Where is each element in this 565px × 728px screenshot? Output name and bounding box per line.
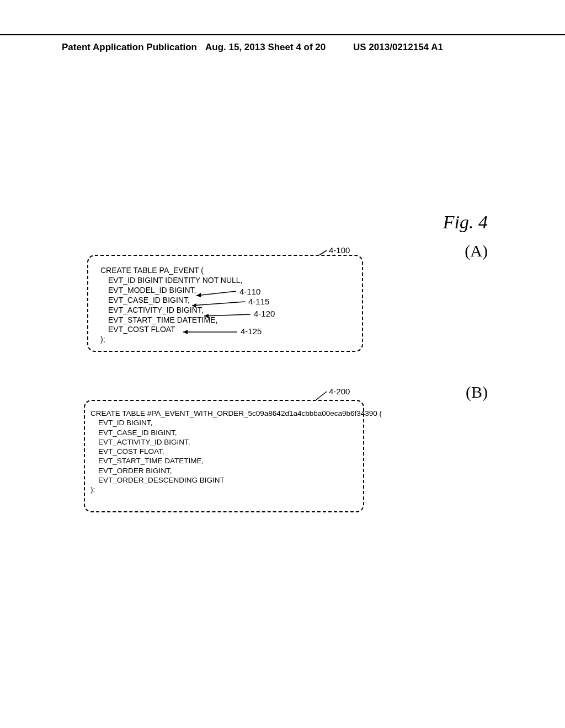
code-line: EVT_MODEL_ID BIGINT, xyxy=(108,286,196,295)
ref-4-120: 4-120 xyxy=(254,309,275,318)
arrow-4-115 xyxy=(189,300,246,308)
code-line: EVT_ID BIGINT IDENTITY NOT NULL, xyxy=(108,276,243,285)
code-line: EVT_CASE_ID BIGINT, xyxy=(98,429,177,437)
svg-line-6 xyxy=(204,314,250,316)
code-line: EVT_ORDER_DESCENDING BIGINT xyxy=(98,476,225,484)
ref-4-125: 4-125 xyxy=(241,326,262,336)
code-line: EVT_COST FLOAT, xyxy=(98,447,164,456)
figure-label: Fig. 4 xyxy=(443,212,488,233)
code-line: EVT_ACTIVITY_ID BIGINT, xyxy=(98,438,190,446)
svg-line-4 xyxy=(192,302,245,306)
header-right: US 2013/0212154 A1 xyxy=(353,42,443,53)
code-b-content: CREATE TABLE #PA_EVENT_WITH_ORDER_5c09a8… xyxy=(85,401,363,499)
code-line: CREATE TABLE #PA_EVENT_WITH_ORDER_5c09a8… xyxy=(90,409,382,417)
code-line: EVT_ID BIGINT, xyxy=(98,419,152,427)
header-center: Aug. 15, 2013 Sheet 4 of 20 xyxy=(205,42,326,53)
header-left: Patent Application Publication xyxy=(62,42,197,53)
ref-4-115: 4-115 xyxy=(248,297,269,306)
svg-marker-9 xyxy=(183,330,188,334)
ref-4-110: 4-110 xyxy=(239,287,260,296)
header-rule xyxy=(0,34,565,35)
svg-marker-3 xyxy=(196,293,201,297)
code-line: EVT_START_TIME DATETIME, xyxy=(98,457,204,465)
code-line: ); xyxy=(100,335,105,344)
code-line: CREATE TABLE PA_EVENT ( xyxy=(100,266,204,275)
arrow-4-120 xyxy=(201,313,252,318)
svg-marker-5 xyxy=(192,303,196,308)
code-line: ); xyxy=(90,485,95,494)
code-line: EVT_ORDER BIGINT, xyxy=(98,467,172,475)
arrow-4-125 xyxy=(180,330,238,335)
code-line: EVT_CASE_ID BIGINT, xyxy=(108,296,190,304)
code-line: EVT_COST FLOAT xyxy=(108,325,175,334)
code-block-b: CREATE TABLE #PA_EVENT_WITH_ORDER_5c09a8… xyxy=(84,400,364,512)
panel-b-label: (B) xyxy=(466,383,488,402)
panel-a-label: (A) xyxy=(465,242,488,260)
svg-marker-7 xyxy=(204,314,209,318)
svg-line-2 xyxy=(196,291,236,296)
arrow-4-110 xyxy=(193,288,237,298)
